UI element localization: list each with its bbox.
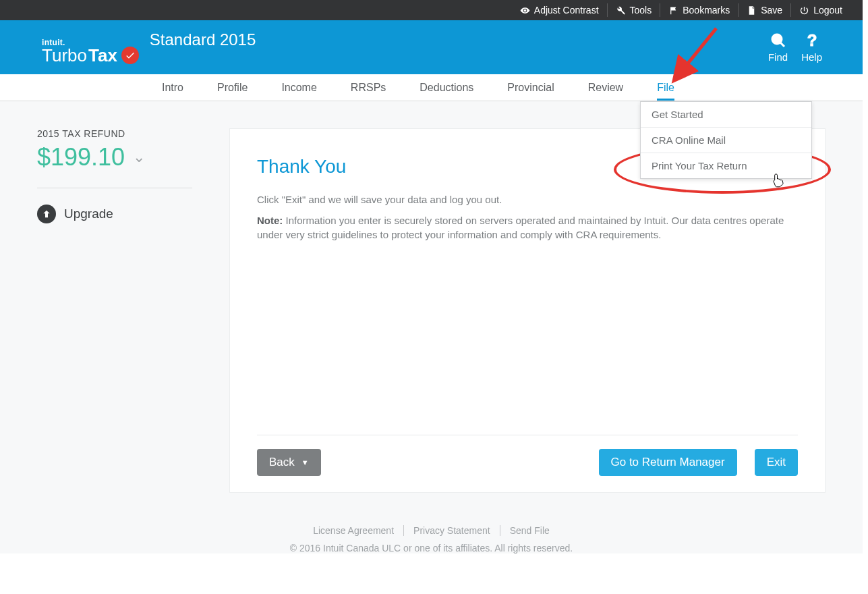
exit-button[interactable]: Exit bbox=[755, 449, 798, 476]
svg-text:?: ? bbox=[807, 32, 817, 49]
bookmarks-button[interactable]: Bookmarks bbox=[660, 3, 738, 17]
tools-button[interactable]: Tools bbox=[607, 3, 660, 17]
flag-icon bbox=[668, 5, 678, 16]
logout-button[interactable]: Logout bbox=[790, 3, 850, 17]
adjust-contrast-button[interactable]: Adjust Contrast bbox=[512, 3, 607, 17]
svg-point-0 bbox=[772, 34, 782, 44]
footer-sendfile[interactable]: Send File bbox=[500, 525, 559, 536]
refund-amount[interactable]: $199.10 ⌄ bbox=[37, 143, 192, 171]
tools-label: Tools bbox=[630, 5, 652, 16]
refund-value: $199.10 bbox=[37, 143, 125, 171]
brand-tax: Tax bbox=[88, 47, 117, 64]
dropdown-print-tax-return[interactable]: Print Your Tax Return bbox=[641, 153, 811, 178]
dropdown-get-started[interactable]: Get Started bbox=[641, 102, 811, 127]
find-label: Find bbox=[768, 51, 788, 63]
nav-review[interactable]: Review bbox=[588, 76, 623, 99]
card-divider bbox=[257, 435, 798, 435]
nav-rrsps[interactable]: RRSPs bbox=[351, 76, 386, 99]
topbar: Adjust Contrast Tools Bookmarks Save Log… bbox=[0, 0, 863, 20]
find-button[interactable]: Find bbox=[768, 32, 788, 63]
copyright: © 2016 Intuit Canada ULC or one of its a… bbox=[0, 543, 863, 554]
nav-provincial[interactable]: Provincial bbox=[507, 76, 554, 99]
nav-intro[interactable]: Intro bbox=[162, 76, 183, 99]
upgrade-button[interactable]: Upgrade bbox=[37, 205, 192, 223]
save-button[interactable]: Save bbox=[738, 3, 790, 17]
note-label: Note: bbox=[257, 215, 283, 226]
navbar: Intro Profile Income RRSPs Deductions Pr… bbox=[0, 74, 863, 101]
refund-label: 2015 TAX REFUND bbox=[37, 128, 192, 139]
bookmarks-label: Bookmarks bbox=[683, 5, 730, 16]
footer: License Agreement Privacy Statement Send… bbox=[0, 513, 863, 554]
nav-profile[interactable]: Profile bbox=[217, 76, 248, 99]
svg-line-1 bbox=[780, 43, 784, 47]
upgrade-label: Upgrade bbox=[64, 207, 113, 221]
sidebar: 2015 TAX REFUND $199.10 ⌄ Upgrade bbox=[37, 128, 192, 493]
help-label: Help bbox=[801, 51, 822, 63]
exit-instruction: Click "Exit" and we will save your data … bbox=[257, 194, 798, 205]
footer-links: License Agreement Privacy Statement Send… bbox=[0, 525, 863, 536]
brand-logo: intuit. TurboTax bbox=[42, 38, 139, 64]
nav-deductions[interactable]: Deductions bbox=[419, 76, 473, 99]
checkmark-badge-icon bbox=[121, 47, 139, 64]
footer-license[interactable]: License Agreement bbox=[303, 525, 403, 536]
card-buttons: Back ▼ Go to Return Manager Exit bbox=[257, 449, 798, 476]
note-text: Note: Information you enter is securely … bbox=[257, 213, 798, 242]
question-icon: ? bbox=[804, 32, 820, 49]
brand: intuit. TurboTax Standard 2015 bbox=[42, 30, 256, 64]
goto-return-manager-button[interactable]: Go to Return Manager bbox=[599, 449, 737, 476]
chevron-down-icon: ⌄ bbox=[133, 148, 145, 166]
file-dropdown: Get Started CRA Online Mail Print Your T… bbox=[640, 101, 812, 179]
divider bbox=[37, 188, 192, 188]
header-actions: Find ? Help bbox=[768, 32, 822, 63]
save-label: Save bbox=[761, 5, 782, 16]
nav-file[interactable]: File bbox=[657, 76, 674, 99]
logout-label: Logout bbox=[813, 5, 842, 16]
brand-turbo: Turbo bbox=[42, 47, 87, 64]
caret-down-icon: ▼ bbox=[301, 458, 309, 466]
nav-income[interactable]: Income bbox=[281, 76, 316, 99]
eye-icon bbox=[520, 5, 530, 16]
blue-header: intuit. TurboTax Standard 2015 Find ? He… bbox=[0, 20, 863, 74]
dropdown-cra-online-mail[interactable]: CRA Online Mail bbox=[641, 127, 811, 153]
note-body: Information you enter is securely stored… bbox=[257, 215, 784, 240]
adjust-contrast-label: Adjust Contrast bbox=[534, 5, 599, 16]
help-button[interactable]: ? Help bbox=[801, 32, 822, 63]
arrow-up-circle-icon bbox=[37, 205, 56, 223]
power-icon bbox=[799, 5, 809, 16]
edition-label: Standard 2015 bbox=[150, 30, 256, 49]
document-icon bbox=[747, 5, 757, 16]
wrench-icon bbox=[616, 5, 626, 16]
search-icon bbox=[770, 32, 786, 49]
back-button[interactable]: Back ▼ bbox=[257, 449, 321, 476]
back-label: Back bbox=[269, 456, 295, 469]
main-card: Thank You Click "Exit" and we will save … bbox=[229, 128, 826, 493]
footer-privacy[interactable]: Privacy Statement bbox=[403, 525, 500, 536]
